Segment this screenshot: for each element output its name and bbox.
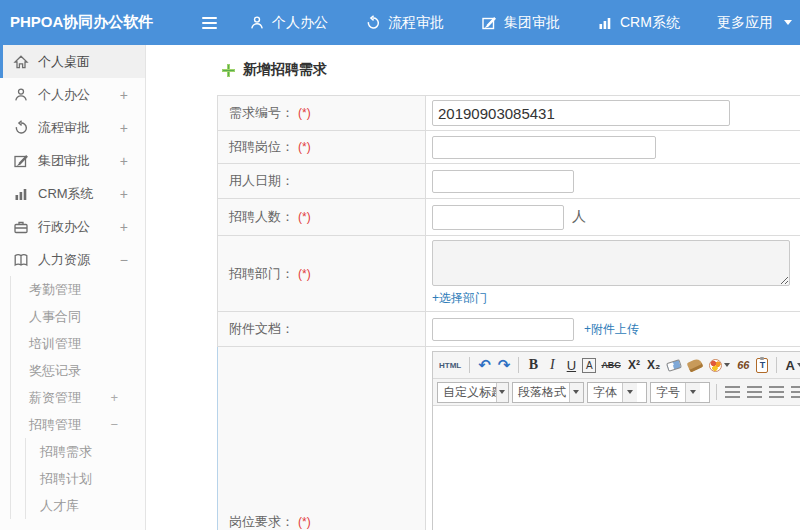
table-row: 岗位要求：(*) HTML ↶ ↷ B I U A [218,347,800,530]
caret-down-icon [622,383,637,402]
position-input[interactable] [432,136,656,159]
html-source-button[interactable]: HTML [437,355,463,376]
redo-icon[interactable]: ↷ [496,355,513,376]
sidebar-item-rewards-punishments[interactable]: 奖惩记录 [11,357,145,384]
expand-toggle[interactable]: + [120,219,128,235]
position-label-cell: 招聘岗位：(*) [218,131,426,164]
expand-toggle[interactable]: + [120,186,128,202]
sidebar-item-personal-desktop[interactable]: 个人桌面 [0,45,145,78]
sidebar-item-salary[interactable]: 薪资管理 + [11,384,145,411]
headcount-input[interactable] [432,205,564,230]
editor-toolbar-row2: 自定义标题 段落格式 字体 [433,379,800,406]
justify-icon[interactable] [789,382,800,403]
department-label-cell: 招聘部门：(*) [218,236,426,312]
sidebar-item-label: 招聘管理 [29,416,81,434]
edit-square-icon [13,153,29,169]
sidebar-item-administration[interactable]: 行政办公 + [0,210,145,243]
select-department-link[interactable]: +选择部门 [432,290,800,307]
font-style-button[interactable]: A [582,358,596,373]
bold-button[interactable]: B [525,355,541,376]
sidebar-item-hr-contract[interactable]: 人事合同 [11,303,145,330]
collapse-toggle[interactable]: − [120,252,128,268]
rich-text-editor: HTML ↶ ↷ B I U A ABC X² X₂ [432,351,800,530]
table-row: 招聘部门：(*) +选择部门 [218,236,800,312]
bar-chart-icon [597,15,613,31]
heading-select[interactable]: 自定义标题 [437,382,509,403]
headcount-unit: 人 [572,208,586,226]
attachment-label-cell: 附件文档： [218,312,426,347]
sidebar-item-recruitment[interactable]: 招聘管理 − [11,411,145,438]
sidebar-item-label: 集团审批 [38,152,90,170]
sidebar-item-crm-system[interactable]: CRM系统 + [0,177,145,210]
toolbar-separator [776,357,777,373]
font-color-button[interactable]: A [783,355,800,376]
demand-no-label-cell: 需求编号：(*) [218,96,426,131]
expand-toggle[interactable]: + [110,390,118,405]
nav-personal-office[interactable]: 个人办公 [249,14,328,32]
sidebar: 个人桌面 个人办公 + 流程审批 + 集团审批 + [0,45,146,530]
superscript-button[interactable]: X² [626,355,642,376]
toolbar-separator [716,384,717,400]
sidebar-item-label: 人才库 [40,497,79,515]
nav-crm-system[interactable]: CRM系统 [597,14,680,32]
align-right-icon[interactable] [767,382,786,403]
sidebar-item-training[interactable]: 培训管理 [11,330,145,357]
sidebar-item-human-resources[interactable]: 人力资源 − [0,243,145,276]
font-family-select[interactable]: 字体 [587,382,647,403]
italic-button[interactable]: I [544,355,560,376]
expand-toggle[interactable]: + [120,120,128,136]
nav-group-approval[interactable]: 集团审批 [481,14,560,32]
demand-no-input[interactable] [432,100,730,126]
paragraph-format-select[interactable]: 段落格式 [512,382,584,403]
attachment-upload-link[interactable]: +附件上传 [584,321,639,338]
add-plus-icon [222,64,235,77]
history-icon [13,120,29,136]
sidebar-item-workflow-approval[interactable]: 流程审批 + [0,111,145,144]
hire-date-label: 用人日期： [229,173,294,188]
expand-toggle[interactable]: + [120,153,128,169]
sidebar-item-label: 人力资源 [38,251,90,269]
subscript-button[interactable]: X₂ [645,355,662,376]
nav-more-apps[interactable]: 更多应用 [717,14,792,32]
sidebar-item-recruitment-demand[interactable]: 招聘需求 [26,438,145,465]
sidebar-item-group-approval[interactable]: 集团审批 + [0,144,145,177]
home-icon [13,54,29,70]
required-mark: (*) [298,106,311,120]
sidebar-item-label: 个人办公 [38,86,90,104]
department-label: 招聘部门： [229,266,294,281]
sidebar-item-talent-pool[interactable]: 人才库 [26,492,145,519]
expand-toggle[interactable]: + [120,87,128,103]
sidebar-item-label: CRM系统 [38,185,94,203]
strikethrough-button[interactable]: ABC [599,355,623,376]
format-brush-icon[interactable] [686,355,704,376]
underline-button[interactable]: U [563,355,579,376]
sidebar-item-personal-office[interactable]: 个人办公 + [0,78,145,111]
sidebar-item-attendance[interactable]: 考勤管理 [11,276,145,303]
font-size-select[interactable]: 字号 [650,382,710,403]
requirements-label-cell: 岗位要求：(*) [218,347,426,530]
paste-as-text-icon[interactable]: T [754,355,770,376]
align-center-icon[interactable] [745,382,764,403]
attachment-input[interactable] [432,318,574,341]
collapse-toggle[interactable]: − [110,417,118,432]
required-mark: (*) [298,210,311,224]
eraser-icon[interactable] [665,355,683,376]
hamburger-menu-icon[interactable] [198,13,221,33]
color-palette-icon[interactable] [707,355,732,376]
editor-content-area[interactable] [433,406,800,530]
undo-icon[interactable]: ↶ [476,355,493,376]
blockquote-button[interactable]: 66 [735,355,751,376]
sidebar-item-label: 行政办公 [38,218,90,236]
editor-toolbar-row1: HTML ↶ ↷ B I U A ABC X² X₂ [433,352,800,379]
nav-label: 更多应用 [717,14,773,32]
sidebar-item-label: 薪资管理 [29,389,81,407]
history-icon [365,15,381,31]
nav-workflow-approval[interactable]: 流程审批 [365,14,444,32]
align-left-icon[interactable] [723,382,742,403]
hire-date-input[interactable] [432,170,574,193]
sidebar-item-recruitment-plan[interactable]: 招聘计划 [26,465,145,492]
department-textarea[interactable] [432,240,790,286]
nav-label: 个人办公 [272,14,328,32]
sidebar-item-label: 招聘需求 [40,443,92,461]
nav-label: 集团审批 [504,14,560,32]
